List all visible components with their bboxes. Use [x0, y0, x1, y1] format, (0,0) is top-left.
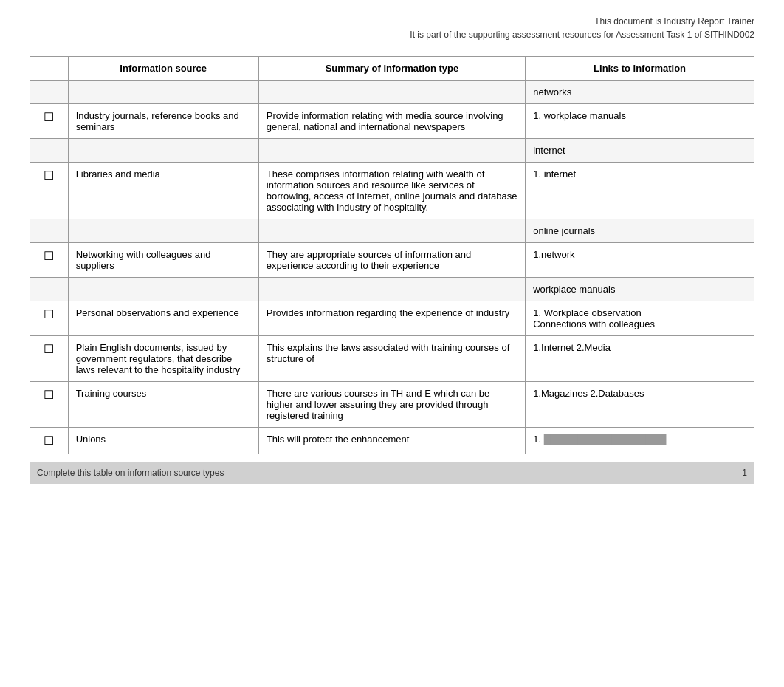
links-cell: 1. internet — [526, 163, 754, 219]
subrow-checkbox — [30, 278, 69, 301]
subrow-checkbox — [30, 219, 69, 243]
source-cell: Unions — [68, 428, 258, 454]
extra-links-text: online journals — [533, 225, 595, 236]
table-subrow: online journals — [30, 219, 754, 243]
table-row: ☐ Unions This will protect the enhanceme… — [30, 428, 754, 454]
extra-links-text: workplace manuals — [533, 284, 615, 295]
links-cell: 1.network — [526, 243, 754, 278]
links-text: networks — [533, 86, 571, 98]
col-header-source: Information source — [68, 57, 258, 81]
checkbox-cell[interactable]: ☐ — [30, 104, 69, 139]
subrow-summary — [258, 139, 525, 163]
subrow-source — [68, 139, 258, 163]
summary-cell: This will protect the enhancement — [258, 428, 525, 454]
source-cell: Industry journals, reference books and s… — [68, 104, 258, 139]
header-line2: It is part of the supporting assessment … — [30, 28, 754, 41]
source-cell: Libraries and media — [68, 163, 258, 219]
subrow-links: online journals — [526, 219, 754, 243]
subrow-links: internet — [526, 139, 754, 163]
links-text: 1.network — [533, 249, 574, 260]
checkbox-cell[interactable]: ☐ — [30, 301, 69, 336]
page-container: This document is Industry Report Trainer… — [0, 0, 784, 499]
checkbox-cell[interactable]: ☐ — [30, 243, 69, 278]
col-header-links: Links to information — [526, 57, 754, 81]
table-row: ☐ Training courses There are various cou… — [30, 382, 754, 428]
links-cell: networks — [526, 81, 754, 104]
header-line1: This document is Industry Report Trainer — [30, 15, 754, 28]
table-subrow: internet — [30, 139, 754, 163]
subrow-checkbox — [30, 139, 69, 163]
links-text: 1. Workplace observationConnections with… — [533, 307, 655, 329]
summary-cell: These comprises information relating wit… — [258, 163, 525, 219]
links-cell: 1.Internet 2.Media — [526, 336, 754, 382]
subrow-summary — [258, 219, 525, 243]
table-row: ☐ Personal observations and experience P… — [30, 301, 754, 336]
summary-cell — [258, 81, 525, 104]
subrow-summary — [258, 278, 525, 301]
source-cell: Plain English documents, issued by gover… — [68, 336, 258, 382]
footer-right: 1 — [742, 468, 747, 478]
source-cell — [68, 81, 258, 104]
footer-bar: Complete this table on information sourc… — [30, 462, 754, 484]
table-row: ☐ Networking with colleagues and supplie… — [30, 243, 754, 278]
subrow-links: workplace manuals — [526, 278, 754, 301]
summary-cell: There are various courses in TH and E wh… — [258, 382, 525, 428]
table-row: ☐ Libraries and media These comprises in… — [30, 163, 754, 219]
summary-cell: They are appropriate sources of informat… — [258, 243, 525, 278]
col-header-summary: Summary of information type — [258, 57, 525, 81]
links-text: 1. workplace manuals — [533, 110, 626, 121]
main-table: Information source Summary of informatio… — [30, 56, 754, 454]
links-text: 1. ██████████████████ — [533, 434, 666, 445]
footer-left: Complete this table on information sourc… — [37, 468, 224, 478]
subrow-source — [68, 278, 258, 301]
col-header-checkbox — [30, 57, 69, 81]
links-text: 1. internet — [533, 168, 576, 180]
links-cell: 1. ██████████████████ — [526, 428, 754, 454]
extra-links-text: internet — [533, 145, 565, 156]
checkbox-cell[interactable]: ☐ — [30, 163, 69, 219]
summary-cell: This explains the laws associated with t… — [258, 336, 525, 382]
table-subrow: workplace manuals — [30, 278, 754, 301]
source-cell: Personal observations and experience — [68, 301, 258, 336]
subrow-source — [68, 219, 258, 243]
document-header: This document is Industry Report Trainer… — [30, 15, 754, 41]
table-header-row: Information source Summary of informatio… — [30, 57, 754, 81]
links-cell: 1. workplace manuals — [526, 104, 754, 139]
links-cell: 1.Magazines 2.Databases — [526, 382, 754, 428]
summary-cell: Provide information relating with media … — [258, 104, 525, 139]
checkbox-cell[interactable]: ☐ — [30, 428, 69, 454]
table-row: ☐ Plain English documents, issued by gov… — [30, 336, 754, 382]
checkbox-cell[interactable]: ☐ — [30, 336, 69, 382]
checkbox-cell — [30, 81, 69, 104]
summary-cell: Provides information regarding the exper… — [258, 301, 525, 336]
source-cell: Networking with colleagues and suppliers — [68, 243, 258, 278]
table-row: ☐ Industry journals, reference books and… — [30, 104, 754, 139]
source-cell: Training courses — [68, 382, 258, 428]
checkbox-cell[interactable]: ☐ — [30, 382, 69, 428]
links-cell: 1. Workplace observationConnections with… — [526, 301, 754, 336]
table-row: networks — [30, 81, 754, 104]
